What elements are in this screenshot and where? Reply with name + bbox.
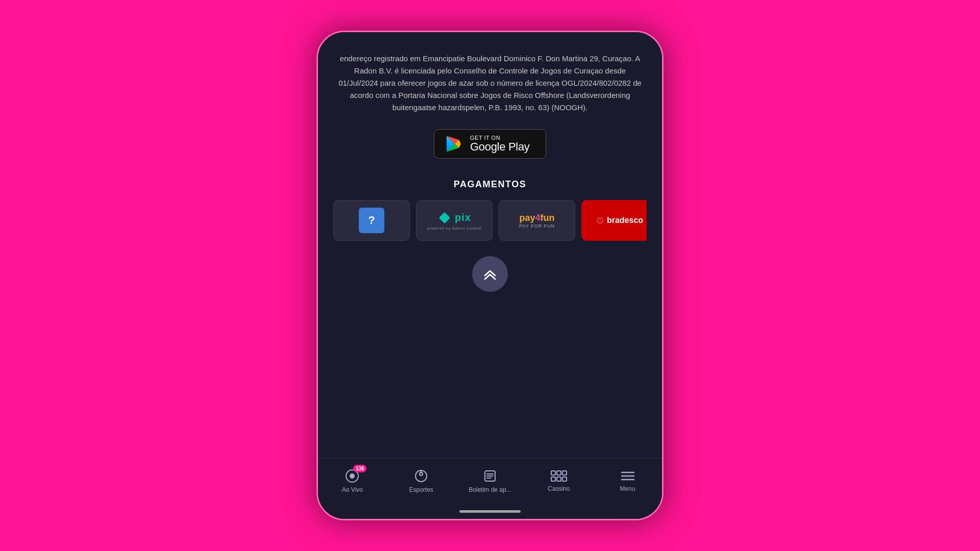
google-play-label: Google Play <box>470 141 530 153</box>
phone-content: endereço registrado em Emancipatie Boule… <box>318 32 662 519</box>
bottom-nav: 136 Ao Vivo Esportes <box>318 458 662 506</box>
payment-card-unknown: ? <box>333 200 410 241</box>
pix-symbol: pix <box>437 211 471 225</box>
google-play-button[interactable]: GET IT ON Google Play <box>434 129 546 159</box>
menu-icon <box>621 470 635 482</box>
num-part: 4 <box>535 213 541 223</box>
nav-icon-wrapper-boletim <box>483 469 497 483</box>
payment-card-bradesco: ⊙ bradesco <box>581 200 647 241</box>
chevrons-up-svg <box>482 267 498 281</box>
pay4fun-logo: pay4fun PAY FOR FUN <box>519 213 555 229</box>
home-bar <box>459 510 521 513</box>
svg-rect-13 <box>551 477 555 481</box>
payments-title: PAGAMENTOS <box>454 179 526 190</box>
pay-part: pay <box>519 213 535 223</box>
svg-point-5 <box>420 472 423 475</box>
pay4fun-sublabel: PAY FOR FUN <box>519 223 555 229</box>
home-indicator <box>318 506 662 519</box>
nav-label-cassino: Cassino <box>548 485 570 492</box>
bradesco-logo: ⊙ bradesco <box>596 215 643 226</box>
nav-icon-wrapper-cassino <box>551 470 567 482</box>
payments-section: PAGAMENTOS ? pix p <box>333 179 647 241</box>
pay4fun-name: pay4fun <box>519 213 555 223</box>
nav-item-cassino[interactable]: Cassino <box>524 470 593 492</box>
pix-subtitle: powered by Banco Central <box>427 226 481 231</box>
nav-icon-wrapper-esportes <box>414 469 428 483</box>
svg-rect-11 <box>557 471 561 475</box>
bradesco-icon: ⊙ <box>596 215 604 226</box>
svg-rect-10 <box>551 471 555 475</box>
payment-card-pay4fun: pay4fun PAY FOR FUN <box>499 200 575 241</box>
chevron-up-icon <box>482 267 498 281</box>
svg-point-2 <box>350 473 355 479</box>
unknown-payment-icon: ? <box>359 208 384 233</box>
boletim-icon <box>483 469 497 483</box>
payment-cards: ? pix powered by Banco Central <box>333 200 647 241</box>
nav-label-ao-vivo: Ao Vivo <box>342 486 363 493</box>
nav-item-menu[interactable]: Menu <box>593 470 662 492</box>
nav-icon-wrapper-live: 136 <box>345 469 359 483</box>
legal-text: endereço registrado em Emancipatie Boule… <box>333 42 647 129</box>
esportes-icon <box>414 469 428 483</box>
svg-rect-12 <box>562 471 567 475</box>
nav-item-esportes[interactable]: Esportes <box>387 469 456 493</box>
play-text-block: GET IT ON Google Play <box>470 135 530 153</box>
nav-icon-wrapper-menu <box>621 470 635 482</box>
nav-label-boletim: Boletim de ap... <box>469 486 511 493</box>
fun-part: fun <box>541 213 555 223</box>
nav-item-boletim[interactable]: Boletim de ap... <box>456 469 525 493</box>
pix-logo: pix powered by Banco Central <box>427 211 481 231</box>
bradesco-name: bradesco <box>607 216 643 225</box>
pix-text: pix <box>455 212 471 223</box>
phone-frame: endereço registrado em Emancipatie Boule… <box>316 31 664 520</box>
google-play-icon <box>445 135 463 153</box>
scroll-area: endereço registrado em Emancipatie Boule… <box>318 32 662 458</box>
nav-label-menu: Menu <box>620 485 635 492</box>
payment-card-pix: pix powered by Banco Central <box>416 200 493 241</box>
scroll-top-button[interactable] <box>472 256 508 292</box>
svg-rect-0 <box>439 212 451 223</box>
pix-icon <box>437 211 452 225</box>
svg-rect-15 <box>562 477 567 481</box>
nav-item-ao-vivo[interactable]: 136 Ao Vivo <box>318 469 387 493</box>
cassino-icon <box>551 470 567 482</box>
live-badge: 136 <box>353 465 367 472</box>
svg-rect-14 <box>557 477 561 481</box>
nav-label-esportes: Esportes <box>409 486 433 493</box>
